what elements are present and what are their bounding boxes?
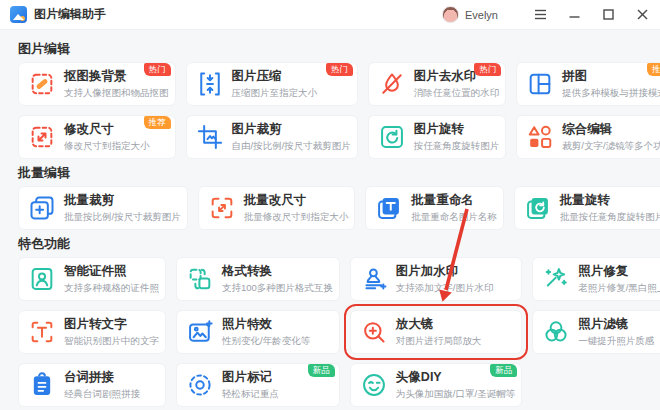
resize-icon — [28, 123, 56, 151]
card-crop[interactable]: 图片裁剪自由/按比例/按尺寸裁剪图片 — [186, 115, 358, 159]
card-title: 图片压缩 — [232, 69, 318, 84]
card-desc: 性别变化/年龄变化等 — [222, 335, 310, 347]
badge-red: 热门 — [474, 63, 501, 76]
card-image-mark[interactable]: 图片标记轻松标记重点新品 — [176, 363, 340, 407]
card-text: 批量重命名批量重命名图片名称 — [411, 193, 497, 223]
card-desc: 轻松标记重点 — [222, 388, 279, 400]
card-text: 批量改尺寸批量修改尺寸到指定大小 — [244, 193, 349, 223]
card-batch-resize[interactable]: 批量改尺寸批量修改尺寸到指定大小 — [198, 186, 356, 230]
card-desc: 为头像加国旗/口罩/圣诞帽等 — [396, 388, 515, 400]
minimize-icon[interactable] — [564, 5, 584, 25]
menu-icon[interactable] — [530, 5, 550, 25]
card-rotate[interactable]: 图片旋转按任意角度旋转图片 — [368, 115, 507, 159]
card-caption-splice[interactable]: 台词拼接经典台词剧照拼接 — [18, 363, 166, 407]
card-desc: 一键提升照片质感 — [578, 335, 654, 347]
user-account[interactable]: Evelyn — [442, 6, 498, 23]
card-desc: 自由/按比例/按尺寸裁剪图片 — [232, 140, 351, 152]
card-compress[interactable]: 图片压缩压缩图片至指定大小热门 — [186, 62, 358, 106]
card-collage[interactable]: 拼图提供多种模板与拼接模式推荐 — [516, 62, 660, 106]
card-text: 拼图提供多种模板与拼接模式 — [562, 69, 660, 99]
card-title: 图片转文字 — [64, 317, 159, 332]
card-text: 图片加水印支持添加文字/图片水印 — [396, 264, 494, 294]
photo-filter-icon — [542, 318, 570, 346]
card-magnifier[interactable]: 放大镜对图片进行局部放大 — [350, 310, 522, 354]
card-grid-featured: 智能证件照支持多种规格的证件照格式转换支持100多种图片格式互换图片加水印支持添… — [18, 257, 642, 407]
format-convert-icon — [186, 265, 214, 293]
card-text: 修改尺寸修改尺寸到指定大小 — [64, 122, 150, 152]
card-cutout[interactable]: 抠图换背景支持人像抠图和物品抠图热门 — [18, 62, 176, 106]
card-text: 放大镜对图片进行局部放大 — [396, 317, 482, 347]
main-content: 图片编辑抠图换背景支持人像抠图和物品抠图热门图片压缩压缩图片至指定大小热门图片去… — [0, 30, 660, 410]
card-title: 智能证件照 — [64, 264, 159, 279]
card-format-convert[interactable]: 格式转换支持100多种图片格式互换 — [176, 257, 340, 301]
card-title: 批量改尺寸 — [244, 193, 349, 208]
card-desc: 消除任意位置的水印 — [414, 87, 500, 99]
card-title: 修改尺寸 — [64, 122, 150, 137]
remove-watermark-icon — [378, 70, 406, 98]
avatar[interactable] — [442, 6, 459, 23]
card-text: 批量旋转批量按任意角度旋转图片 — [560, 193, 660, 223]
card-remove-watermark[interactable]: 图片去水印消除任意位置的水印热门 — [368, 62, 507, 106]
badge-green: 新品 — [490, 364, 517, 377]
card-text: 图片旋转按任意角度旋转图片 — [414, 122, 500, 152]
card-photo-filter[interactable]: 照片滤镜一键提升照片质感 — [532, 310, 660, 354]
card-desc: 支持添加文字/图片水印 — [396, 282, 494, 294]
card-text: 智能证件照支持多种规格的证件照 — [64, 264, 159, 294]
close-icon[interactable] — [632, 5, 652, 25]
photo-effects-icon — [186, 318, 214, 346]
card-multi-edit[interactable]: 综合编辑裁剪/文字/滤镜等多个功能 — [516, 115, 660, 159]
card-photo-effects[interactable]: 照片特效性别变化/年龄变化等 — [176, 310, 340, 354]
card-title: 格式转换 — [222, 264, 333, 279]
batch-rename-icon — [375, 194, 403, 222]
card-title: 拼图 — [562, 69, 660, 84]
batch-rotate-icon — [524, 194, 552, 222]
card-text: 综合编辑裁剪/文字/滤镜等多个功能 — [562, 122, 660, 152]
card-text: 图片标记轻松标记重点 — [222, 370, 279, 400]
card-title: 图片旋转 — [414, 122, 500, 137]
app-title: 图片编辑助手 — [34, 6, 106, 23]
image-rotate-icon — [378, 123, 406, 151]
card-text: 图片压缩压缩图片至指定大小 — [232, 69, 318, 99]
section-title-image-edit: 图片编辑 — [18, 41, 642, 56]
image-compress-icon — [196, 70, 224, 98]
magnifier-icon — [360, 318, 388, 346]
card-batch-crop[interactable]: 批量裁剪批量按比例/按尺寸裁剪图片 — [18, 186, 188, 230]
batch-crop-icon — [28, 194, 56, 222]
user-name: Evelyn — [465, 9, 498, 21]
card-image-to-text[interactable]: 图片转文字智能识别图片中的文字 — [18, 310, 166, 354]
card-desc: 裁剪/文字/滤镜等多个功能 — [562, 140, 660, 152]
card-title: 照片修复 — [578, 264, 660, 279]
image-crop-icon — [196, 123, 224, 151]
card-desc: 批量按比例/按尺寸裁剪图片 — [64, 211, 181, 223]
card-resize[interactable]: 修改尺寸修改尺寸到指定大小推荐 — [18, 115, 176, 159]
card-batch-rotate[interactable]: 批量旋转批量按任意角度旋转图片 — [514, 186, 660, 230]
avatar-diy-icon — [360, 371, 388, 399]
card-photo-repair[interactable]: 照片修复老照片修复/黑白照上色等 — [532, 257, 660, 301]
card-desc: 支持多种规格的证件照 — [64, 282, 159, 294]
section-title-batch-edit: 批量编辑 — [18, 165, 642, 180]
card-add-watermark[interactable]: 图片加水印支持添加文字/图片水印 — [350, 257, 522, 301]
badge-green: 新品 — [308, 364, 335, 377]
section-title-featured: 特色功能 — [18, 236, 642, 251]
card-desc: 经典台词剧照拼接 — [64, 388, 140, 400]
card-title: 放大镜 — [396, 317, 482, 332]
card-desc: 智能识别图片中的文字 — [64, 335, 159, 347]
image-mark-icon — [186, 371, 214, 399]
card-title: 图片裁剪 — [232, 122, 351, 137]
add-watermark-icon — [360, 265, 388, 293]
card-title: 图片标记 — [222, 370, 279, 385]
card-batch-rename[interactable]: 批量重命名批量重命名图片名称 — [365, 186, 504, 230]
card-id-photo[interactable]: 智能证件照支持多种规格的证件照 — [18, 257, 166, 301]
card-title: 批量裁剪 — [64, 193, 181, 208]
card-avatar-diy[interactable]: 头像DIY为头像加国旗/口罩/圣诞帽等新品 — [350, 363, 522, 407]
card-title: 图片加水印 — [396, 264, 494, 279]
card-text: 照片滤镜一键提升照片质感 — [578, 317, 654, 347]
card-desc: 提供多种模板与拼接模式 — [562, 87, 660, 99]
card-desc: 支持100多种图片格式互换 — [222, 282, 333, 294]
maximize-icon[interactable] — [598, 5, 618, 25]
card-grid-image-edit: 抠图换背景支持人像抠图和物品抠图热门图片压缩压缩图片至指定大小热门图片去水印消除… — [18, 62, 642, 159]
card-desc: 对图片进行局部放大 — [396, 335, 482, 347]
card-text: 照片修复老照片修复/黑白照上色等 — [578, 264, 660, 294]
card-grid-batch-edit: 批量裁剪批量按比例/按尺寸裁剪图片批量改尺寸批量修改尺寸到指定大小批量重命名批量… — [18, 186, 642, 230]
badge-red: 热门 — [326, 63, 353, 76]
